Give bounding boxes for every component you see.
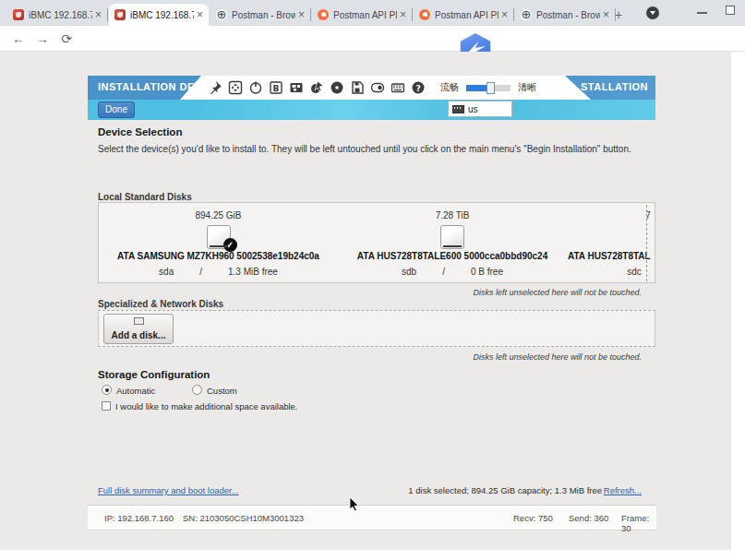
radio-custom[interactable] xyxy=(192,385,202,395)
installer-header-subband xyxy=(88,100,655,120)
selection-summary-text: 1 disk selected; 894.25 GiB capacity; 1.… xyxy=(408,485,602,495)
tab-title: iBMC 192.168.7.16 xyxy=(29,10,92,20)
forward-icon[interactable]: → xyxy=(33,30,52,48)
installer-header-right-text: STALLATION xyxy=(581,81,648,92)
slider-handle[interactable] xyxy=(487,82,495,94)
fullscreen-icon[interactable] xyxy=(228,80,243,95)
browser-tab-strip: iBMC 192.168.7.16 × iBMC 192.168.7.16 × … xyxy=(0,0,745,26)
slider-right-label: 清晰 xyxy=(518,81,536,94)
kvm-status-bar: IP: 192.168.7.160 SN: 2103050CSH10M30013… xyxy=(88,505,656,530)
radio-custom-label[interactable]: Custom xyxy=(207,386,237,396)
browser-extension-circle-icon[interactable] xyxy=(646,6,659,19)
disk-name: ATA HUS728T8TAL xyxy=(568,251,655,261)
kvm-remote-screen: INSTALLATION DEST STALLATION B ? 流畅 清晰 xyxy=(0,52,731,550)
key-b-icon[interactable]: B xyxy=(269,80,283,95)
unselected-note: Disks left unselected here will not be t… xyxy=(473,288,642,297)
screen: iBMC 192.168.7.16 × iBMC 192.168.7.16 × … xyxy=(0,0,745,560)
kvm-toolbar: B ? 流畅 清晰 xyxy=(180,76,591,100)
tab-postman-api-2[interactable]: Postman API Platfo × xyxy=(414,4,513,26)
tab-postman-browse-2[interactable]: Postman - Browse × xyxy=(515,4,615,26)
window-minimize-button[interactable] xyxy=(697,12,707,14)
bottom-gutter xyxy=(0,550,745,560)
tab-ibmc-1[interactable]: iBMC 192.168.7.16 × xyxy=(7,4,107,26)
slider-fill xyxy=(466,85,488,91)
tab-close-icon[interactable]: × xyxy=(197,8,203,21)
browser-toolbar: ← → ⟳ ▲ 不安全 https ://192.168.7.160/src/v… xyxy=(0,26,745,52)
tab-close-icon[interactable]: × xyxy=(603,8,609,21)
specialized-disks-panel: Add a disk... xyxy=(98,310,655,347)
tab-ibmc-2-active[interactable]: iBMC 192.168.7.16 × xyxy=(109,4,209,26)
status-send: Send: 360 xyxy=(569,513,608,523)
keyboard-layout-label: us xyxy=(468,104,478,114)
postman-favicon-icon xyxy=(419,9,430,20)
disk-sdc-clipped[interactable]: 7 ATA HUS728T8TAL sdc xyxy=(99,203,655,283)
add-disk-label: Add a disk... xyxy=(112,330,166,340)
storage-configuration-title: Storage Configuration xyxy=(98,369,210,380)
globe-favicon-icon xyxy=(521,9,532,20)
video-quality-control: 流畅 清晰 xyxy=(440,81,536,94)
status-recv: Recv: 750 xyxy=(513,513,553,523)
tab-postman-browse-1[interactable]: Postman - Browse × xyxy=(210,4,310,26)
record-icon[interactable] xyxy=(370,80,385,95)
disk-dev: sdc xyxy=(627,267,642,277)
ibmc-favicon-icon xyxy=(114,9,126,20)
keyboard-layout-indicator[interactable]: us xyxy=(448,101,512,117)
pin-icon[interactable] xyxy=(208,80,222,95)
status-frame: Frame: 30 xyxy=(621,513,656,533)
mini-drive-icon xyxy=(134,317,144,325)
full-disk-summary-link[interactable]: Full disk summary and boot loader... xyxy=(98,485,239,495)
tab-title: Postman - Browse xyxy=(232,10,295,20)
specialized-disks-label: Specialized & Network Disks xyxy=(98,299,223,309)
device-selection-title: Device Selection xyxy=(98,126,182,137)
tab-close-icon[interactable]: × xyxy=(298,8,305,21)
radio-automatic-label[interactable]: Automatic xyxy=(116,386,155,396)
tab-title: Postman API Platfo xyxy=(333,10,397,20)
tab-title: Postman - Browse xyxy=(536,10,600,20)
device-selection-description: Select the device(s) you'd like to insta… xyxy=(98,143,657,157)
mouse-cursor xyxy=(349,496,360,516)
slider-left-label: 流畅 xyxy=(440,81,459,94)
additional-space-label[interactable]: I would like to make additional space av… xyxy=(115,401,298,411)
new-tab-button[interactable]: + xyxy=(609,6,628,24)
disk-size: 7 xyxy=(640,210,655,220)
postman-favicon-icon xyxy=(318,9,329,20)
svg-text:B: B xyxy=(273,84,280,93)
quality-slider[interactable] xyxy=(466,85,511,91)
window-maximize-button[interactable] xyxy=(726,6,735,15)
screen-split-icon[interactable] xyxy=(289,80,304,95)
svg-text:?: ? xyxy=(415,84,420,93)
radio-automatic[interactable] xyxy=(102,385,112,395)
mouse-icon[interactable] xyxy=(309,80,324,95)
globe-favicon-icon xyxy=(216,9,227,20)
keyboard-icon xyxy=(452,105,464,113)
tab-close-icon[interactable]: × xyxy=(400,8,406,21)
help-icon[interactable]: ? xyxy=(411,80,426,95)
additional-space-checkbox[interactable] xyxy=(102,401,111,411)
panel-clip-divider xyxy=(646,205,647,281)
soft-keyboard-icon[interactable] xyxy=(391,80,405,95)
right-gutter xyxy=(731,52,745,560)
local-disks-label: Local Standard Disks xyxy=(98,192,192,202)
status-ip: IP: 192.168.7.160 xyxy=(104,513,174,523)
status-sn: SN: 2103050CSH10M3001323 xyxy=(183,513,304,523)
power-icon[interactable] xyxy=(248,80,263,95)
reload-icon[interactable]: ⟳ xyxy=(57,30,76,48)
back-icon[interactable]: ← xyxy=(9,30,28,48)
tab-title: Postman API Platfo xyxy=(435,10,499,20)
done-button[interactable]: Done xyxy=(98,101,135,118)
refresh-link[interactable]: Refresh... xyxy=(604,485,642,495)
local-disks-panel: 894.25 GiB ✓ ATA SAMSUNG MZ7KH960 500253… xyxy=(98,202,655,283)
save-icon[interactable] xyxy=(350,80,365,95)
unselected-note: Disks left unselected here will not be t… xyxy=(473,352,642,362)
tab-close-icon[interactable]: × xyxy=(501,8,508,21)
tab-title: iBMC 192.168.7.16 xyxy=(130,10,194,20)
tab-postman-api-1[interactable]: Postman API Platfo × xyxy=(312,4,412,26)
tab-close-icon[interactable]: × xyxy=(95,8,102,21)
ibmc-favicon-icon xyxy=(13,9,24,20)
cdrom-icon[interactable] xyxy=(330,80,344,95)
add-disk-button[interactable]: Add a disk... xyxy=(103,314,174,344)
